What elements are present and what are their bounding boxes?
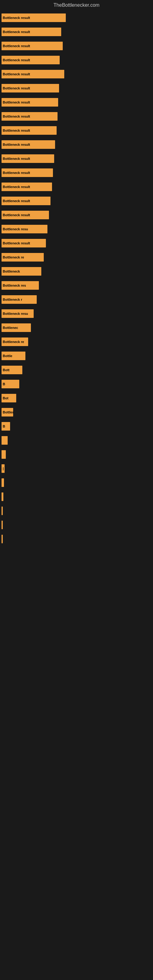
result-bar: B — [2, 380, 19, 388]
result-bar: Bott — [2, 366, 22, 374]
result-bar: | — [2, 464, 5, 473]
result-bar: Bottleneck result — [2, 140, 55, 149]
bar-row: Bottleneck result — [0, 13, 153, 22]
bar-row: Bottlenec — [0, 323, 153, 332]
bar-row: Bottleneck re — [0, 337, 153, 346]
result-bar: Bottleneck result — [2, 41, 63, 50]
result-bar: Bottleneck result — [2, 70, 64, 78]
bar-row — [0, 520, 153, 529]
bar-row: Bottleneck result — [0, 239, 153, 247]
result-bar — [2, 535, 3, 543]
bar-row: Bott — [0, 366, 153, 374]
bar-label: Bottleneck result — [3, 171, 30, 175]
bar-label: Bottleneck resu — [3, 227, 28, 231]
bar-label: Bottleneck result — [3, 143, 30, 146]
result-bar: B — [2, 422, 10, 431]
bar-row: Bottleneck result — [0, 140, 153, 149]
bar-row — [0, 436, 153, 445]
result-bar: Bottleneck result — [2, 197, 51, 205]
result-bar: Bottleneck resu — [2, 225, 48, 233]
bar-row: Bottleneck result — [0, 70, 153, 78]
bar-label: Bottleneck result — [3, 16, 30, 20]
bar-row: Bottlen — [0, 408, 153, 417]
bar-label: Bottleneck result — [3, 100, 30, 104]
bar-label: Bottleneck result — [3, 129, 30, 132]
bar-row: Bottleneck result — [0, 183, 153, 191]
result-bar — [2, 506, 3, 515]
bar-row: Bottleneck result — [0, 197, 153, 205]
result-bar: Bottlen — [2, 408, 13, 417]
result-bar: Bottleneck re — [2, 337, 28, 346]
result-bar: Bottle — [2, 352, 26, 360]
bar-row: B — [0, 380, 153, 388]
bar-row — [0, 492, 153, 501]
result-bar: Bottleneck resu — [2, 309, 33, 318]
bar-row — [0, 535, 153, 543]
bar-row: Bottle — [0, 352, 153, 360]
bar-label: Bottleneck result — [3, 30, 30, 34]
bar-row: Bottleneck re — [0, 253, 153, 261]
result-bar: Bottleneck res — [2, 281, 39, 290]
bar-row: | — [0, 464, 153, 473]
bar-row: Bottleneck result — [0, 112, 153, 121]
bar-label: Bottleneck res — [3, 283, 26, 287]
bar-label: Bot — [3, 396, 8, 400]
bar-row: Bottleneck result — [0, 84, 153, 92]
bar-row: Bottleneck — [0, 267, 153, 275]
bar-row: Bottleneck result — [0, 41, 153, 50]
result-bar: Bottleneck result — [2, 126, 57, 135]
result-bar: Bottleneck result — [2, 98, 58, 107]
bar-label: Bottleneck result — [3, 44, 30, 48]
bars-container: Bottleneck resultBottleneck resultBottle… — [0, 10, 153, 552]
bar-label: Bottleneck resu — [3, 312, 28, 315]
bar-row: Bottleneck r — [0, 295, 153, 304]
result-bar: Bottleneck result — [2, 183, 52, 191]
result-bar: Bottleneck result — [2, 13, 66, 22]
result-bar: Bottleneck result — [2, 84, 59, 92]
result-bar: Bottleneck result — [2, 112, 57, 121]
bar-label: Bottleneck result — [3, 115, 30, 118]
result-bar: Bottlenec — [2, 323, 31, 332]
site-title: TheBottlenecker.com — [0, 0, 153, 10]
result-bar: Bottleneck result — [2, 56, 60, 64]
bar-row: Bottleneck result — [0, 27, 153, 36]
bar-label: Bottleneck result — [3, 72, 30, 76]
bar-label: Bottleneck result — [3, 157, 30, 161]
bar-label: Bottleneck re — [3, 255, 24, 259]
bar-label: Bottlenec — [3, 326, 18, 329]
bar-row — [0, 450, 153, 459]
result-bar — [2, 478, 4, 487]
bar-row: B — [0, 422, 153, 431]
bar-label: Bott — [3, 368, 10, 372]
bar-row: Bottleneck res — [0, 281, 153, 290]
result-bar: Bottleneck re — [2, 253, 44, 261]
bar-label: B — [3, 425, 5, 428]
bar-row: Bottleneck result — [0, 211, 153, 219]
bar-label: Bottleneck result — [3, 58, 30, 62]
result-bar: Bottleneck result — [2, 169, 53, 177]
bar-label: Bottleneck — [3, 269, 20, 273]
bar-row: Bot — [0, 394, 153, 402]
bar-label: Bottleneck result — [3, 241, 30, 245]
bar-row: Bottleneck result — [0, 56, 153, 64]
bar-row: Bottleneck result — [0, 154, 153, 163]
bar-label: Bottlen — [3, 410, 13, 414]
bar-label: Bottleneck result — [3, 213, 30, 217]
bar-label: Bottleneck result — [3, 199, 30, 203]
result-bar: Bottleneck result — [2, 211, 49, 219]
result-bar: Bottleneck result — [2, 27, 61, 36]
bar-row: Bottleneck resu — [0, 309, 153, 318]
bar-row: Bottleneck result — [0, 169, 153, 177]
result-bar — [2, 450, 6, 459]
bar-label: Bottleneck result — [3, 86, 30, 90]
result-bar: Bottleneck result — [2, 239, 46, 247]
result-bar: Bot — [2, 394, 16, 402]
bar-label: B — [3, 382, 5, 386]
bar-row: Bottleneck result — [0, 126, 153, 135]
bar-label: Bottleneck re — [3, 340, 24, 344]
bar-label: Bottleneck result — [3, 185, 30, 189]
result-bar: Bottleneck r — [2, 295, 37, 304]
bar-row — [0, 478, 153, 487]
bar-row: Bottleneck result — [0, 98, 153, 107]
bar-label: | — [3, 467, 4, 470]
